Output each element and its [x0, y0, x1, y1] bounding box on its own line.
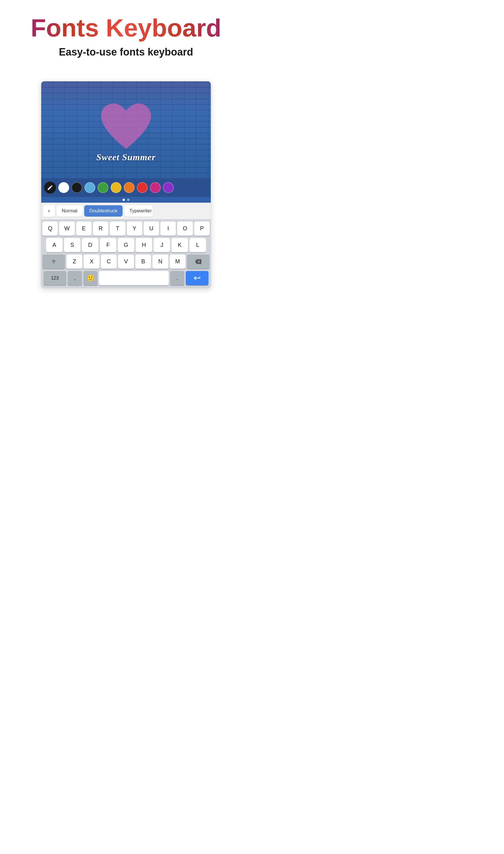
color-orange[interactable] — [124, 182, 134, 193]
key-m[interactable]: M — [170, 255, 185, 269]
bottom-row: 123 , 🙂 . — [42, 271, 210, 287]
key-t[interactable]: T — [110, 222, 125, 236]
period-key[interactable]: . — [170, 271, 184, 285]
key-v[interactable]: V — [118, 255, 134, 269]
delete-key[interactable] — [187, 255, 210, 269]
color-yellow[interactable] — [111, 182, 122, 193]
key-row-2: A S D F G H J K L — [42, 238, 210, 252]
back-button[interactable]: ‹ — [43, 205, 55, 217]
key-c[interactable]: C — [101, 255, 116, 269]
keyboard-area: Q W E R T Y U I O P A S D F G H J K — [41, 219, 211, 288]
num-key[interactable]: 123 — [43, 271, 66, 285]
app-title: Fonts Keyboard — [6, 14, 246, 42]
header: Fonts Keyboard Easy-to-use fonts keyboar… — [0, 0, 252, 75]
emoji-key[interactable]: 🙂 — [83, 271, 97, 285]
color-white[interactable] — [58, 182, 69, 193]
color-row — [41, 178, 211, 197]
key-u[interactable]: U — [144, 222, 159, 236]
key-f[interactable]: F — [100, 238, 116, 252]
font-tab-doublestruck[interactable]: Doublestruck — [84, 205, 123, 216]
phone-mockup: Sweet Summer ‹ Norma — [41, 81, 211, 289]
key-q[interactable]: Q — [42, 222, 58, 236]
color-pink[interactable] — [150, 182, 161, 193]
key-b[interactable]: B — [136, 255, 151, 269]
comma-key[interactable]: , — [68, 271, 82, 285]
key-s[interactable]: S — [64, 238, 80, 252]
key-n[interactable]: N — [152, 255, 168, 269]
return-key[interactable] — [186, 271, 209, 285]
key-y[interactable]: Y — [127, 222, 142, 236]
color-purple[interactable] — [163, 182, 174, 193]
key-i[interactable]: I — [160, 222, 176, 236]
phone-screen: Sweet Summer ‹ Norma — [41, 81, 211, 289]
font-tab-typewriter[interactable]: Typewriter — [124, 205, 153, 216]
color-green[interactable] — [97, 182, 108, 193]
key-k[interactable]: K — [172, 238, 188, 252]
font-selector-row: ‹ Normal Doublestruck Typewriter — [41, 203, 211, 219]
space-key[interactable] — [99, 271, 169, 285]
key-row-3: Z X C V B N M — [42, 255, 210, 269]
key-a[interactable]: A — [46, 238, 62, 252]
key-p[interactable]: P — [194, 222, 210, 236]
canvas-text: Sweet Summer — [41, 152, 211, 162]
key-g[interactable]: G — [118, 238, 134, 252]
font-tab-normal[interactable]: Normal — [57, 205, 83, 216]
heart-shape — [95, 99, 157, 155]
key-row-1: Q W E R T Y U I O P — [42, 222, 210, 236]
key-z[interactable]: Z — [67, 255, 82, 269]
canvas-area: Sweet Summer — [41, 82, 211, 178]
key-r[interactable]: R — [93, 222, 108, 236]
key-o[interactable]: O — [177, 222, 193, 236]
key-j[interactable]: J — [154, 238, 170, 252]
color-black[interactable] — [71, 182, 82, 193]
key-d[interactable]: D — [82, 238, 98, 252]
pagination-dots — [41, 197, 211, 203]
color-red[interactable] — [137, 182, 148, 193]
key-x[interactable]: X — [84, 255, 99, 269]
color-blue[interactable] — [85, 182, 95, 193]
app-subtitle: Easy-to-use fonts keyboard — [6, 46, 246, 58]
pagination-dot-2 — [127, 199, 129, 201]
key-l[interactable]: L — [190, 238, 206, 252]
pen-button[interactable] — [44, 181, 56, 194]
shift-key[interactable] — [42, 255, 65, 269]
pagination-dot-1 — [123, 199, 125, 201]
key-e[interactable]: E — [76, 222, 92, 236]
key-h[interactable]: H — [136, 238, 152, 252]
key-w[interactable]: W — [59, 222, 74, 236]
